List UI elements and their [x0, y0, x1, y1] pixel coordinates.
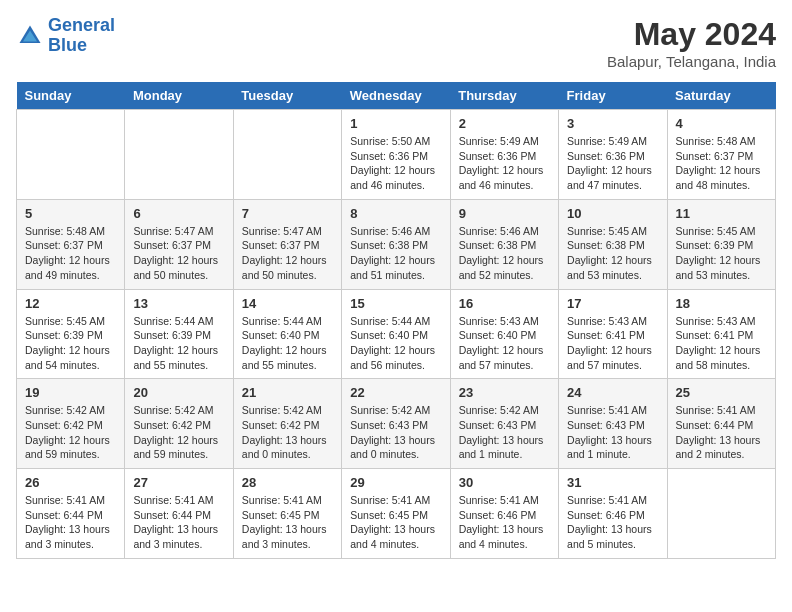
calendar-cell: 2Sunrise: 5:49 AMSunset: 6:36 PMDaylight… — [450, 110, 558, 200]
calendar-cell: 15Sunrise: 5:44 AMSunset: 6:40 PMDayligh… — [342, 289, 450, 379]
day-info: Sunrise: 5:44 AMSunset: 6:40 PMDaylight:… — [350, 314, 441, 373]
day-header-wednesday: Wednesday — [342, 82, 450, 110]
day-number: 24 — [567, 385, 658, 400]
calendar-cell: 22Sunrise: 5:42 AMSunset: 6:43 PMDayligh… — [342, 379, 450, 469]
day-number: 23 — [459, 385, 550, 400]
day-number: 12 — [25, 296, 116, 311]
day-info: Sunrise: 5:48 AMSunset: 6:37 PMDaylight:… — [676, 134, 767, 193]
calendar-cell — [125, 110, 233, 200]
logo-line1: General — [48, 15, 115, 35]
day-number: 26 — [25, 475, 116, 490]
calendar-cell: 12Sunrise: 5:45 AMSunset: 6:39 PMDayligh… — [17, 289, 125, 379]
calendar-cell: 24Sunrise: 5:41 AMSunset: 6:43 PMDayligh… — [559, 379, 667, 469]
day-info: Sunrise: 5:45 AMSunset: 6:39 PMDaylight:… — [676, 224, 767, 283]
day-number: 8 — [350, 206, 441, 221]
calendar-cell: 26Sunrise: 5:41 AMSunset: 6:44 PMDayligh… — [17, 469, 125, 559]
day-info: Sunrise: 5:41 AMSunset: 6:45 PMDaylight:… — [350, 493, 441, 552]
day-number: 5 — [25, 206, 116, 221]
day-info: Sunrise: 5:43 AMSunset: 6:41 PMDaylight:… — [567, 314, 658, 373]
day-info: Sunrise: 5:43 AMSunset: 6:40 PMDaylight:… — [459, 314, 550, 373]
day-info: Sunrise: 5:47 AMSunset: 6:37 PMDaylight:… — [133, 224, 224, 283]
day-info: Sunrise: 5:42 AMSunset: 6:43 PMDaylight:… — [350, 403, 441, 462]
day-header-saturday: Saturday — [667, 82, 775, 110]
day-header-monday: Monday — [125, 82, 233, 110]
calendar-week-2: 5Sunrise: 5:48 AMSunset: 6:37 PMDaylight… — [17, 199, 776, 289]
day-info: Sunrise: 5:41 AMSunset: 6:45 PMDaylight:… — [242, 493, 333, 552]
day-number: 30 — [459, 475, 550, 490]
calendar-week-4: 19Sunrise: 5:42 AMSunset: 6:42 PMDayligh… — [17, 379, 776, 469]
calendar-cell: 10Sunrise: 5:45 AMSunset: 6:38 PMDayligh… — [559, 199, 667, 289]
day-info: Sunrise: 5:42 AMSunset: 6:43 PMDaylight:… — [459, 403, 550, 462]
calendar-cell: 1Sunrise: 5:50 AMSunset: 6:36 PMDaylight… — [342, 110, 450, 200]
day-info: Sunrise: 5:44 AMSunset: 6:40 PMDaylight:… — [242, 314, 333, 373]
day-info: Sunrise: 5:42 AMSunset: 6:42 PMDaylight:… — [242, 403, 333, 462]
day-header-sunday: Sunday — [17, 82, 125, 110]
logo-line2: Blue — [48, 35, 87, 55]
day-info: Sunrise: 5:49 AMSunset: 6:36 PMDaylight:… — [567, 134, 658, 193]
calendar-week-5: 26Sunrise: 5:41 AMSunset: 6:44 PMDayligh… — [17, 469, 776, 559]
day-info: Sunrise: 5:45 AMSunset: 6:39 PMDaylight:… — [25, 314, 116, 373]
calendar-cell: 23Sunrise: 5:42 AMSunset: 6:43 PMDayligh… — [450, 379, 558, 469]
day-number: 22 — [350, 385, 441, 400]
day-number: 25 — [676, 385, 767, 400]
day-number: 27 — [133, 475, 224, 490]
calendar-cell — [667, 469, 775, 559]
day-number: 29 — [350, 475, 441, 490]
month-title: May 2024 — [607, 16, 776, 53]
calendar-cell: 25Sunrise: 5:41 AMSunset: 6:44 PMDayligh… — [667, 379, 775, 469]
day-info: Sunrise: 5:42 AMSunset: 6:42 PMDaylight:… — [133, 403, 224, 462]
calendar-cell: 18Sunrise: 5:43 AMSunset: 6:41 PMDayligh… — [667, 289, 775, 379]
logo-icon — [16, 22, 44, 50]
day-info: Sunrise: 5:45 AMSunset: 6:38 PMDaylight:… — [567, 224, 658, 283]
calendar-table: SundayMondayTuesdayWednesdayThursdayFrid… — [16, 82, 776, 559]
calendar-cell — [233, 110, 341, 200]
day-number: 14 — [242, 296, 333, 311]
day-number: 31 — [567, 475, 658, 490]
calendar-cell: 29Sunrise: 5:41 AMSunset: 6:45 PMDayligh… — [342, 469, 450, 559]
day-info: Sunrise: 5:42 AMSunset: 6:42 PMDaylight:… — [25, 403, 116, 462]
calendar-cell: 20Sunrise: 5:42 AMSunset: 6:42 PMDayligh… — [125, 379, 233, 469]
calendar-cell: 16Sunrise: 5:43 AMSunset: 6:40 PMDayligh… — [450, 289, 558, 379]
calendar-cell: 31Sunrise: 5:41 AMSunset: 6:46 PMDayligh… — [559, 469, 667, 559]
day-info: Sunrise: 5:43 AMSunset: 6:41 PMDaylight:… — [676, 314, 767, 373]
day-header-tuesday: Tuesday — [233, 82, 341, 110]
day-number: 18 — [676, 296, 767, 311]
day-number: 1 — [350, 116, 441, 131]
day-info: Sunrise: 5:41 AMSunset: 6:44 PMDaylight:… — [25, 493, 116, 552]
calendar-cell: 21Sunrise: 5:42 AMSunset: 6:42 PMDayligh… — [233, 379, 341, 469]
calendar-cell: 14Sunrise: 5:44 AMSunset: 6:40 PMDayligh… — [233, 289, 341, 379]
day-info: Sunrise: 5:41 AMSunset: 6:44 PMDaylight:… — [133, 493, 224, 552]
day-number: 9 — [459, 206, 550, 221]
calendar-cell: 8Sunrise: 5:46 AMSunset: 6:38 PMDaylight… — [342, 199, 450, 289]
calendar-cell: 6Sunrise: 5:47 AMSunset: 6:37 PMDaylight… — [125, 199, 233, 289]
location: Balapur, Telangana, India — [607, 53, 776, 70]
day-number: 6 — [133, 206, 224, 221]
logo: General Blue — [16, 16, 115, 56]
day-number: 17 — [567, 296, 658, 311]
day-info: Sunrise: 5:46 AMSunset: 6:38 PMDaylight:… — [350, 224, 441, 283]
calendar-cell: 30Sunrise: 5:41 AMSunset: 6:46 PMDayligh… — [450, 469, 558, 559]
title-area: May 2024 Balapur, Telangana, India — [607, 16, 776, 70]
header-row: SundayMondayTuesdayWednesdayThursdayFrid… — [17, 82, 776, 110]
day-info: Sunrise: 5:41 AMSunset: 6:44 PMDaylight:… — [676, 403, 767, 462]
calendar-cell: 7Sunrise: 5:47 AMSunset: 6:37 PMDaylight… — [233, 199, 341, 289]
day-number: 13 — [133, 296, 224, 311]
day-info: Sunrise: 5:50 AMSunset: 6:36 PMDaylight:… — [350, 134, 441, 193]
day-info: Sunrise: 5:47 AMSunset: 6:37 PMDaylight:… — [242, 224, 333, 283]
day-info: Sunrise: 5:41 AMSunset: 6:43 PMDaylight:… — [567, 403, 658, 462]
calendar-cell: 11Sunrise: 5:45 AMSunset: 6:39 PMDayligh… — [667, 199, 775, 289]
day-number: 21 — [242, 385, 333, 400]
calendar-cell: 17Sunrise: 5:43 AMSunset: 6:41 PMDayligh… — [559, 289, 667, 379]
day-info: Sunrise: 5:46 AMSunset: 6:38 PMDaylight:… — [459, 224, 550, 283]
day-info: Sunrise: 5:49 AMSunset: 6:36 PMDaylight:… — [459, 134, 550, 193]
calendar-cell: 9Sunrise: 5:46 AMSunset: 6:38 PMDaylight… — [450, 199, 558, 289]
day-info: Sunrise: 5:48 AMSunset: 6:37 PMDaylight:… — [25, 224, 116, 283]
logo-text: General Blue — [48, 16, 115, 56]
day-info: Sunrise: 5:41 AMSunset: 6:46 PMDaylight:… — [459, 493, 550, 552]
day-number: 3 — [567, 116, 658, 131]
calendar-week-3: 12Sunrise: 5:45 AMSunset: 6:39 PMDayligh… — [17, 289, 776, 379]
calendar-cell: 28Sunrise: 5:41 AMSunset: 6:45 PMDayligh… — [233, 469, 341, 559]
calendar-cell: 5Sunrise: 5:48 AMSunset: 6:37 PMDaylight… — [17, 199, 125, 289]
calendar-cell: 27Sunrise: 5:41 AMSunset: 6:44 PMDayligh… — [125, 469, 233, 559]
day-number: 4 — [676, 116, 767, 131]
